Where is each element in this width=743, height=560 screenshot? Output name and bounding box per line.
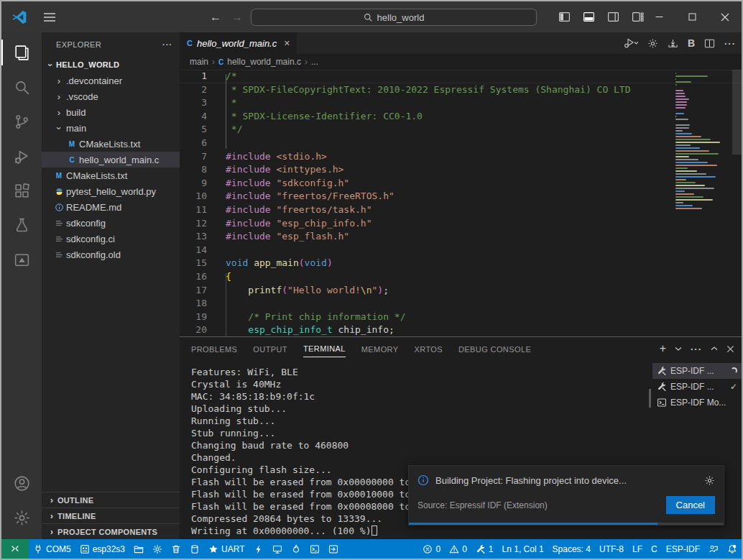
back-button[interactable]: ←: [210, 11, 221, 24]
check-icon: ✓: [730, 382, 737, 392]
status-gear[interactable]: [148, 539, 167, 559]
file-row-sdkconfig[interactable]: sdkconfig: [42, 215, 180, 231]
terminal-tab-2[interactable]: ESP-IDF ...✓: [652, 379, 742, 395]
file-row--vscode[interactable]: ›.vscode: [42, 88, 180, 104]
status-bell[interactable]: [723, 539, 742, 559]
status-arrow[interactable]: [324, 539, 343, 559]
activity-item-settings[interactable]: [1, 500, 42, 535]
status-remote[interactable]: [1, 539, 29, 559]
activity-item-run-debug[interactable]: [1, 139, 42, 173]
terminal-tab-1[interactable]: ESP-IDF ...: [652, 363, 742, 379]
status-com5[interactable]: COM5: [29, 539, 75, 559]
activity-item-extensions[interactable]: [1, 173, 42, 208]
panel-tab-xrtos[interactable]: XRTOS: [415, 341, 443, 357]
status-flame[interactable]: [287, 539, 305, 559]
activity-item-explorer[interactable]: [1, 35, 42, 70]
tab-close-icon[interactable]: ×: [284, 37, 290, 49]
file-row-hello-world-main-c[interactable]: Chello_world_main.c: [42, 152, 180, 167]
activity-item-source-control[interactable]: [1, 104, 42, 139]
status-0[interactable]: 0: [445, 539, 471, 559]
minimize-button[interactable]: [642, 1, 675, 32]
more-actions-icon[interactable]: ···: [724, 38, 736, 49]
workspace-root-row[interactable]: › HELLO_WORLD: [42, 57, 180, 73]
panel-tab-debug-console[interactable]: DEBUG CONSOLE: [458, 341, 531, 357]
activity-item-account[interactable]: [1, 466, 42, 500]
file-row-build[interactable]: ›build: [42, 104, 180, 120]
terminal-tab-3[interactable]: ESP-IDF Mo...: [652, 395, 742, 410]
file-row--devcontainer[interactable]: ›.devcontainer: [42, 73, 180, 88]
chevron-down-icon[interactable]: [675, 346, 682, 352]
status-0[interactable]: 0: [418, 539, 445, 559]
panel-tab-output[interactable]: OUTPUT: [253, 341, 287, 357]
panel-tab-terminal[interactable]: TERMINAL: [303, 340, 346, 357]
cancel-button[interactable]: Cancel: [666, 496, 715, 514]
status-lf[interactable]: LF: [628, 539, 647, 559]
status-uart[interactable]: UART: [204, 539, 249, 559]
command-center-search[interactable]: hello_world: [251, 9, 537, 26]
status-trash[interactable]: [167, 539, 185, 559]
new-terminal-icon[interactable]: +: [660, 342, 666, 355]
file-row-sdkconfig-old[interactable]: sdkconfig.old: [42, 247, 180, 262]
status-c[interactable]: C: [647, 539, 662, 559]
section-project-components[interactable]: › PROJECT COMPONENTS: [42, 523, 180, 539]
status-person[interactable]: [704, 539, 723, 559]
maximize-button[interactable]: [675, 1, 709, 32]
terminal-line: Features: WiFi, BLE: [191, 366, 648, 378]
status-monitor[interactable]: [268, 539, 287, 559]
status-ln-1-col-1[interactable]: Ln 1, Col 1: [498, 539, 548, 559]
status-esp32s3[interactable]: esp32s3: [75, 539, 129, 559]
status-1[interactable]: 1: [471, 539, 498, 559]
breadcrumb-file[interactable]: hello_world_main.c: [227, 57, 301, 67]
breadcrumb-symbol[interactable]: ...: [311, 57, 318, 67]
line-number: 9: [180, 177, 207, 191]
status-folder[interactable]: [129, 539, 148, 559]
activity-item-search[interactable]: [1, 70, 42, 104]
toggle-panel-icon[interactable]: [583, 11, 595, 23]
minimap[interactable]: [675, 73, 730, 211]
file-row-cmakelists-txt[interactable]: MCMakeLists.txt: [42, 167, 180, 183]
section-outline[interactable]: › OUTLINE: [42, 492, 180, 508]
activity-item-testing[interactable]: [1, 208, 42, 242]
split-editor-icon[interactable]: [704, 38, 715, 49]
code-editor[interactable]: 1/*2 * SPDX-FileCopyrightText: 2010-2022…: [180, 70, 742, 336]
forward-button[interactable]: →: [231, 11, 243, 24]
status-spaces-4[interactable]: Spaces: 4: [548, 539, 595, 559]
file-row-readme-md[interactable]: README.md: [42, 199, 180, 215]
status-terminal[interactable]: [305, 539, 324, 559]
file-row-main[interactable]: ›main: [42, 120, 180, 136]
terminal-cursor: [372, 525, 377, 536]
status-bolt[interactable]: [249, 539, 268, 559]
activity-item-esp-idf[interactable]: [1, 242, 42, 277]
gear-icon[interactable]: [647, 38, 658, 49]
status-label: UART: [221, 544, 244, 554]
status-esp-idf[interactable]: ESP-IDF: [662, 539, 704, 559]
status-cylinder[interactable]: [185, 539, 204, 559]
breadcrumb-folder[interactable]: main: [190, 57, 208, 67]
panel-tab-problems[interactable]: PROBLEMS: [191, 341, 237, 357]
close-panel-icon[interactable]: [726, 345, 734, 353]
tab-hello-world-main-c[interactable]: C hello_world_main.c ×: [180, 32, 297, 54]
panel-tab-memory[interactable]: MEMORY: [361, 341, 399, 357]
close-button[interactable]: [709, 1, 742, 32]
search-icon: [13, 78, 31, 96]
file-row-sdkconfig-ci[interactable]: sdkconfig.ci: [42, 231, 180, 247]
breadcrumb[interactable]: main › C hello_world_main.c › ...: [180, 54, 742, 70]
file-row-pytest-hello-world-py[interactable]: pytest_hello_world.py: [42, 183, 180, 199]
maximize-panel-icon[interactable]: [711, 346, 718, 352]
info-icon: [417, 474, 429, 486]
notification-settings-icon[interactable]: [704, 475, 715, 486]
toggle-secondary-sidebar-icon[interactable]: [607, 11, 619, 23]
build-b-icon[interactable]: B: [688, 37, 695, 49]
explorer-more-actions-icon[interactable]: ···: [162, 40, 172, 49]
terminal-scrollbar[interactable]: [649, 389, 651, 408]
run-or-debug-icon[interactable]: [624, 37, 638, 49]
menu-icon[interactable]: [43, 12, 56, 22]
chevron-collapsed-icon: ›: [53, 91, 65, 102]
status-utf-8[interactable]: UTF-8: [595, 539, 628, 559]
file-row-cmakelists-txt[interactable]: MCMakeLists.txt: [42, 136, 180, 152]
panel-more-actions-icon[interactable]: ···: [691, 344, 702, 354]
toggle-sidebar-icon[interactable]: [558, 11, 571, 23]
editor-scrollbar[interactable]: [732, 70, 742, 155]
install-icon[interactable]: [668, 38, 678, 49]
section-timeline[interactable]: › TIMELINE: [42, 508, 180, 523]
